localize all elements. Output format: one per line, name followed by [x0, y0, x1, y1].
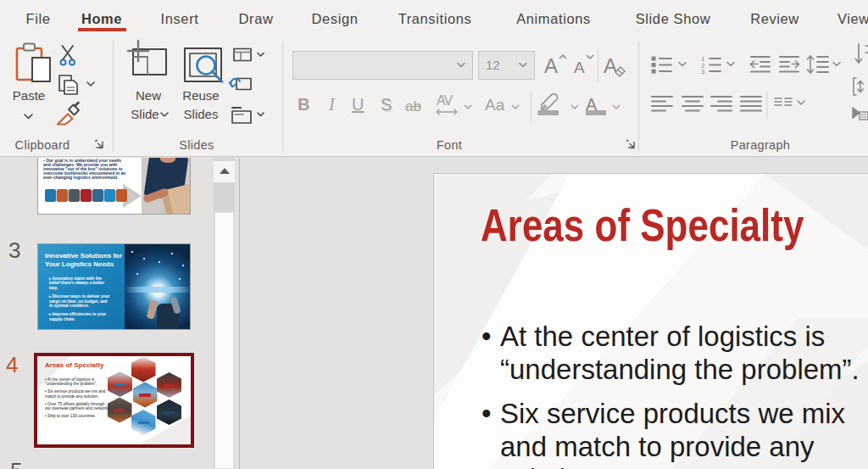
svg-text:3: 3: [701, 68, 705, 75]
